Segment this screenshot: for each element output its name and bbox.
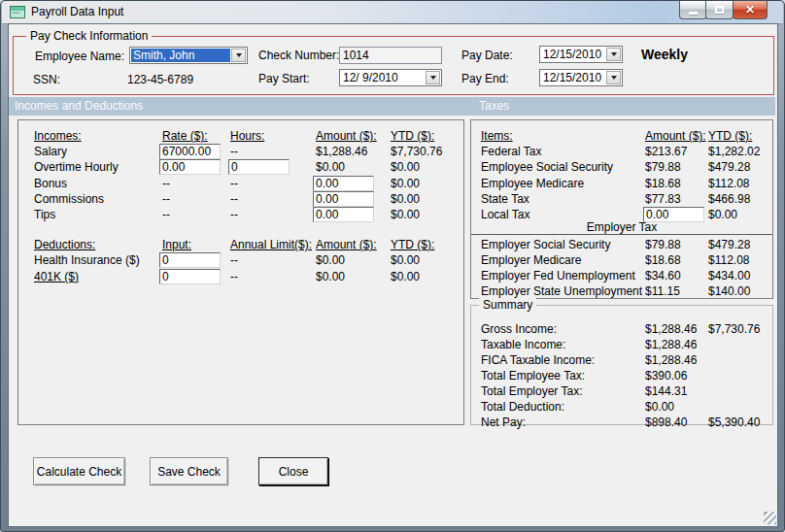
deduction-row-health-insurance: Health Insurance ($) -- $0.00 $0.00 [18,253,463,267]
row-amount: $898.40 [645,416,687,429]
input-col-header: Input: [162,238,191,251]
row-ytd: $0.00 [391,177,420,190]
pay-start-label: Pay Start: [258,72,310,85]
dropdown-arrow-icon [430,76,436,80]
deductions-header-row: Deductions: Input: Annual Limit($): Amou… [18,238,463,251]
row-label: Employer Medicare [481,253,581,267]
summary-groupbox: Gross Income: $1,288.46 $7,730.76 Taxabl… [470,305,773,425]
ytd-col-header: YTD ($): [391,238,434,251]
row-label: Tips [34,208,55,221]
row-amount: $1,288.46 [645,353,697,367]
summary-row-taxable-income: Taxable Income: $1,288.46 [471,338,772,351]
row-rate: -- [162,177,170,190]
income-row-overtime: Overtime Hourly $0.00 $0.00 [18,160,463,174]
amount-col-header: Amount ($): [645,129,706,143]
summary-group-title: Summary [479,298,536,312]
close-button[interactable]: Close [258,457,328,485]
pay-end-datepicker[interactable]: 12/15/2010 [539,69,623,86]
row-label: Employee Medicare [481,177,584,190]
row-hours: -- [230,145,238,158]
pay-end-dropdown-button[interactable] [606,71,621,84]
pay-date-dropdown-button[interactable] [606,48,621,61]
income-row-commissions: Commissions -- -- $0.00 [18,192,463,206]
ssn-value: 123-45-6789 [127,73,193,86]
bonus-amount-input[interactable] [313,176,374,191]
row-ytd: $479.28 [708,160,750,174]
row-amount: $1,288.46 [645,338,697,351]
row-label: Total Employee Tax: [481,369,585,382]
tax-row-state: State Tax $77.83 $466.98 [471,192,772,206]
dropdown-arrow-icon [611,52,617,56]
row-amount: $213.67 [645,145,687,158]
payroll-window: Payroll Data Input ✕ Pay Check Informati… [0,0,785,532]
row-amount: $390.06 [645,369,687,382]
row-label: Health Insurance ($) [34,253,140,267]
paycheck-info-title: Pay Check Information [26,29,152,43]
row-label: Employer State Unemployment [481,284,642,298]
row-label: Employer Fed Unemployment [481,269,635,283]
incomes-deductions-panel: Incomes: Rate ($): Hours: Amount ($): YT… [17,119,464,425]
employee-name-label: Employee Name: [35,50,124,63]
pay-date-value: 12/15/2010 [541,48,605,61]
overtime-rate-input[interactable] [159,159,221,175]
401k-input[interactable] [159,269,221,284]
income-row-bonus: Bonus -- -- $0.00 [18,177,463,190]
employee-name-combobox[interactable]: Smith, John [129,47,248,64]
row-ytd: $0.00 [391,208,420,221]
check-number-field[interactable] [339,47,442,64]
deduction-row-401k: 401K ($) -- $0.00 $0.00 [18,270,463,283]
tax-row-employer-fed-unemployment: Employer Fed Unemployment $34.60 $434.00 [471,269,772,283]
row-rate: -- [162,208,170,221]
check-number-label: Check Number: [258,49,339,62]
row-ytd: $5,390.40 [708,416,760,429]
resize-grip[interactable] [764,512,776,524]
row-label: State Tax [481,192,529,206]
row-hours: -- [230,177,238,190]
health-insurance-input[interactable] [159,252,221,268]
hours-col-header: Hours: [230,129,264,143]
summary-row-gross-income: Gross Income: $1,288.46 $7,730.76 [471,322,772,336]
tips-amount-input[interactable] [313,207,374,222]
pay-start-dropdown-button[interactable] [426,71,440,84]
tax-row-federal: Federal Tax $213.67 $1,282.02 [471,145,772,158]
row-ytd: $0.00 [391,160,420,174]
amount-col-header: Amount ($): [316,238,377,251]
incomes-deductions-section-title: Incomes and Deductions [15,97,143,116]
pay-date-datepicker[interactable]: 12/15/2010 [539,46,623,63]
ytd-col-header: YTD ($): [708,129,752,143]
pay-frequency-label: Weekly [641,47,688,62]
row-label: Taxable Income: [481,338,565,351]
row-ytd: $112.08 [708,253,750,267]
row-label: Net Pay: [481,416,526,429]
row-amount: $0.00 [645,400,674,414]
section-header-bar: Incomes and Deductions Taxes [9,97,775,116]
employee-name-dropdown-button[interactable] [231,49,246,62]
tax-row-employer-state-unemployment: Employer State Unemployment $11.15 $140.… [471,284,772,298]
pay-start-datepicker[interactable]: 12/ 9/2010 [339,69,442,86]
row-label: Commissions [34,192,104,206]
row-amount: $0.00 [316,270,345,283]
taxes-panel: Items: Amount ($): YTD ($): Federal Tax … [470,119,773,299]
pay-start-value: 12/ 9/2010 [341,71,425,84]
income-row-tips: Tips -- -- $0.00 [18,208,463,221]
salary-rate-input[interactable] [159,144,221,159]
row-label: Employee Social Security [481,160,613,174]
commissions-amount-input[interactable] [313,191,374,207]
calculate-check-button[interactable]: Calculate Check [33,457,125,485]
tax-row-employee-medicare: Employee Medicare $18.68 $112.08 [471,177,772,190]
save-check-button[interactable]: Save Check [150,457,228,485]
row-limit: -- [230,270,238,283]
taxes-header-row: Items: Amount ($): YTD ($): [471,129,772,143]
row-amount: $34.60 [645,269,681,283]
row-ytd: $0.00 [391,253,420,267]
pay-end-value: 12/15/2010 [541,71,605,84]
deductions-col-header: Deductions: [34,238,95,251]
row-ytd: $479.28 [708,238,750,251]
401k-link-label[interactable]: 401K ($) [34,270,79,283]
overtime-hours-input[interactable] [228,159,290,175]
row-label: Bonus [34,177,67,190]
row-ytd: $112.08 [708,177,750,190]
ytd-col-header: YTD ($): [391,129,434,143]
row-ytd: $0.00 [708,208,737,221]
taxes-section-title: Taxes [479,97,509,116]
